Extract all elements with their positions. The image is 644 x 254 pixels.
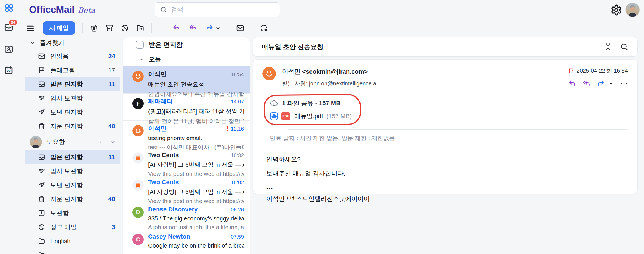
newsletter-avatar <box>132 180 144 191</box>
sidebar-item-label: 플래그됨 <box>50 66 75 74</box>
sidebar-item-count: 11 <box>109 153 115 161</box>
account-avatar <box>30 136 42 148</box>
email-subject: 335 / The gig economy's soggy delivery <box>148 215 244 222</box>
email-sender: 패파레터 <box>148 97 173 106</box>
message-header: 이석민 <seokmin@jiran.com> 받는 사람: john.oh@n… <box>262 67 628 87</box>
sidebar-item-label: English <box>50 237 70 245</box>
chevron-down-icon[interactable] <box>215 25 221 31</box>
search-in-mail-icon[interactable] <box>620 43 628 51</box>
email-list-item[interactable]: 이석민!12:16 testing priority email. test -… <box>123 121 250 148</box>
account-row[interactable]: 오요한 <box>25 134 120 150</box>
date-group-header[interactable]: 오늘 <box>123 52 250 66</box>
trash-icon[interactable] <box>90 24 98 32</box>
smiley-avatar <box>132 125 144 136</box>
folder-icon <box>38 237 45 245</box>
sidebar-item-drafts[interactable]: 임시 보관함 <box>25 91 120 105</box>
inbox-icon <box>38 81 45 88</box>
more-options-icon[interactable] <box>94 138 102 146</box>
reply-icon[interactable] <box>172 24 181 32</box>
search-box[interactable] <box>155 2 280 17</box>
menu-icon[interactable] <box>26 24 34 32</box>
message-to: 받는 사람: john.oh@nextintelligence.ai <box>282 80 378 87</box>
app-name: OfficeMail <box>29 4 74 15</box>
sidebar-item-folder[interactable] <box>25 248 120 254</box>
refresh-icon[interactable] <box>260 24 268 32</box>
email-subject: [AI 사랑방] 그 6번째 모임 in 서울 — AI 기회에… <box>148 188 244 196</box>
email-subject: (광고)[패파레터#5] 패파 11살 생일 기념, 최대 … <box>148 108 244 115</box>
favorites-header[interactable]: 즐겨찾기 <box>25 36 120 49</box>
select-all-checkbox[interactable] <box>136 41 144 49</box>
forward-icon[interactable] <box>205 24 214 32</box>
attachment-summary-row[interactable]: 1 파일 공유 - 157 MB <box>270 99 352 108</box>
sidebar-item-account-drafts[interactable]: 임시 보관함 <box>25 164 120 178</box>
user-avatar[interactable] <box>626 3 640 17</box>
archive-icon[interactable] <box>105 24 113 32</box>
folder-icon <box>38 251 45 254</box>
draft-icon <box>38 167 45 175</box>
email-sender: Dense Discovery <box>148 206 198 213</box>
more-options-icon[interactable] <box>620 80 628 87</box>
sidebar-item-account-deleted[interactable]: 지운 편지함 40 <box>25 192 120 206</box>
sidebar-item-account-inbox[interactable]: 받은 편지함 11 <box>25 150 120 164</box>
sidebar-item-junk[interactable]: 정크 메일 3 <box>25 220 120 234</box>
gear-icon[interactable] <box>610 4 622 16</box>
sidebar-item-count: 40 <box>108 123 115 130</box>
email-subject: 매뉴얼 초안 전송요청 <box>148 80 244 88</box>
email-list-item[interactable]: Two Cents10:02 [AI 사랑방] 그 6번째 모임 in 서울 —… <box>123 175 250 202</box>
message-from: 이석민 <seokmin@jiran.com> <box>282 67 378 76</box>
chevron-down-icon[interactable] <box>609 81 614 86</box>
email-sender: 이석민 <box>148 70 167 78</box>
email-list-panel: 받은 편지함 오늘 이석민16:54 매뉴얼 초안 전송요청 안녕하세요? 보내… <box>123 37 250 254</box>
email-time: 10:32 <box>231 152 244 159</box>
reply-all-icon[interactable] <box>189 24 197 32</box>
flag-icon[interactable] <box>568 68 574 74</box>
contacts-icon[interactable] <box>4 45 13 54</box>
new-mail-button[interactable]: 새 메일 <box>43 21 75 35</box>
attachment-file-row[interactable]: PDF 매뉴얼.pdf (157 MB) <box>270 112 352 120</box>
sidebar-item-account-sent[interactable]: 보낸 편지함 <box>25 178 120 192</box>
email-list-item[interactable]: D Dense Discovery08:26 335 / The gig eco… <box>123 202 250 229</box>
smiley-avatar <box>132 71 144 82</box>
favorites-label: 즐겨찾기 <box>40 39 64 47</box>
message-date: 2025-04-22 화 16:54 <box>577 67 628 74</box>
flag-icon <box>38 67 45 74</box>
folder-move-icon[interactable] <box>136 24 144 32</box>
sidebar-item-unread[interactable]: 안읽음 24 <box>25 49 120 63</box>
calendar-icon[interactable]: 22 <box>4 66 13 75</box>
reply-all-icon[interactable] <box>583 80 590 87</box>
letter-avatar: C <box>132 234 144 245</box>
email-list-item[interactable]: Two Cents10:32 [AI 사랑방] 그 6번째 모임 in 서울 —… <box>123 148 250 175</box>
body-line: --- <box>266 185 628 192</box>
reader-message-panel: 이석민 <seokmin@jiran.com> 받는 사람: john.oh@n… <box>253 60 637 194</box>
app-grid-icon[interactable] <box>4 4 13 13</box>
sidebar-item-label: 보낸 편지함 <box>50 108 83 116</box>
email-time: !12:16 <box>226 125 244 132</box>
search-input[interactable] <box>171 6 274 13</box>
sidebar-item-inbox[interactable]: 받은 편지함 11 <box>25 77 120 91</box>
email-list-item[interactable]: 이석민16:54 매뉴얼 초안 전송요청 안녕하세요? 보내주신 매뉴얼 감사합… <box>123 66 250 94</box>
sidebar-item-flagged[interactable]: 플래그됨 17 <box>25 63 120 77</box>
email-time: 07:59 <box>231 234 244 240</box>
chevron-down-icon[interactable] <box>110 139 116 145</box>
collapse-icon[interactable] <box>604 43 612 51</box>
letter-avatar: D <box>132 207 144 218</box>
attachment-block: 1 파일 공유 - 157 MB PDF 매뉴얼.pdf (157 MB) <box>270 99 352 120</box>
reply-icon[interactable] <box>569 80 576 87</box>
sidebar-item-archive[interactable]: 보관함 <box>25 206 120 220</box>
envelope-icon[interactable] <box>236 24 244 32</box>
sidebar-item-deleted[interactable]: 지운 편지함 40 <box>25 119 120 133</box>
sidebar-item-count: 24 <box>108 53 115 60</box>
sidebar-item-sent[interactable]: 보낸 편지함 <box>25 105 120 119</box>
newsletter-avatar <box>132 152 144 164</box>
sidebar-item-label: 임시 보관함 <box>50 94 83 102</box>
reader-subject: 매뉴얼 초안 전송요청 <box>262 43 323 51</box>
forward-icon[interactable] <box>597 80 605 87</box>
sidebar-item-folder-english[interactable]: English <box>25 234 120 248</box>
email-list-item[interactable]: F 패파레터14:07 (광고)[패파레터#5] 패파 11살 생일 기념, 최… <box>123 94 250 121</box>
sidebar-item-label: 보낸 편지함 <box>50 181 83 189</box>
email-sender: 이석민 <box>148 124 167 133</box>
email-list-item[interactable]: C Casey Newton07:59 Google may be on the… <box>123 229 250 254</box>
block-icon <box>38 223 45 231</box>
block-icon[interactable] <box>121 24 129 32</box>
sender-avatar <box>262 67 276 80</box>
